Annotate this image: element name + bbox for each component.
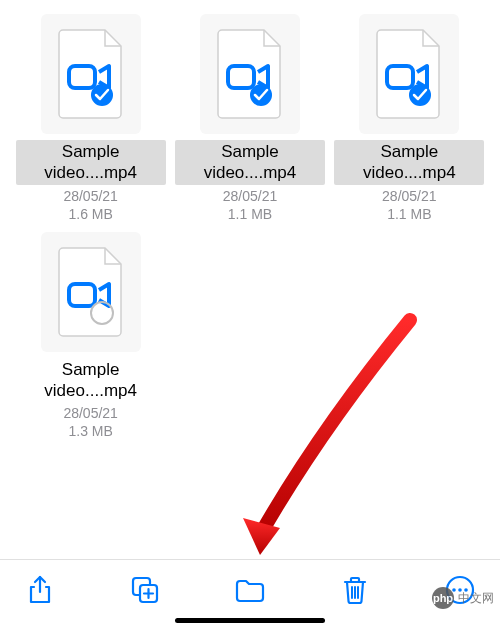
folder-icon <box>234 576 266 604</box>
file-thumbnail <box>200 14 300 134</box>
watermark-logo: php <box>432 587 454 609</box>
file-item[interactable]: Sample video....mp4 28/05/21 1.1 MB <box>173 14 326 222</box>
file-date: 28/05/21 <box>382 188 437 204</box>
file-name: Sample video....mp4 <box>334 140 484 185</box>
share-icon <box>26 575 54 605</box>
delete-button[interactable] <box>337 572 373 608</box>
trash-icon <box>342 575 368 605</box>
file-item[interactable]: Sample video....mp4 28/05/21 1.6 MB <box>14 14 167 222</box>
file-thumbnail <box>41 14 141 134</box>
share-button[interactable] <box>22 572 58 608</box>
home-indicator[interactable] <box>175 618 325 623</box>
file-size: 1.6 MB <box>68 206 112 222</box>
file-name: Sample video....mp4 <box>16 140 166 185</box>
file-item[interactable]: Sample video....mp4 28/05/21 1.1 MB <box>333 14 486 222</box>
watermark: php 中文网 <box>432 587 494 609</box>
file-size: 1.1 MB <box>387 206 431 222</box>
files-grid: Sample video....mp4 28/05/21 1.6 MB Samp… <box>0 0 500 453</box>
video-file-icon <box>55 28 127 120</box>
file-thumbnail <box>359 14 459 134</box>
file-name: Sample video....mp4 <box>16 358 166 403</box>
duplicate-button[interactable] <box>127 572 163 608</box>
file-name: Sample video....mp4 <box>175 140 325 185</box>
file-date: 28/05/21 <box>223 188 278 204</box>
file-item[interactable]: Sample video....mp4 28/05/21 1.3 MB <box>14 232 167 440</box>
file-size: 1.1 MB <box>228 206 272 222</box>
duplicate-icon <box>130 575 160 605</box>
file-size: 1.3 MB <box>68 423 112 439</box>
watermark-text: 中文网 <box>458 590 494 607</box>
move-button[interactable] <box>232 572 268 608</box>
file-date: 28/05/21 <box>63 188 118 204</box>
svg-marker-8 <box>243 518 280 555</box>
file-thumbnail <box>41 232 141 352</box>
file-date: 28/05/21 <box>63 405 118 421</box>
video-file-icon <box>214 28 286 120</box>
video-file-icon <box>373 28 445 120</box>
video-file-icon <box>55 246 127 338</box>
